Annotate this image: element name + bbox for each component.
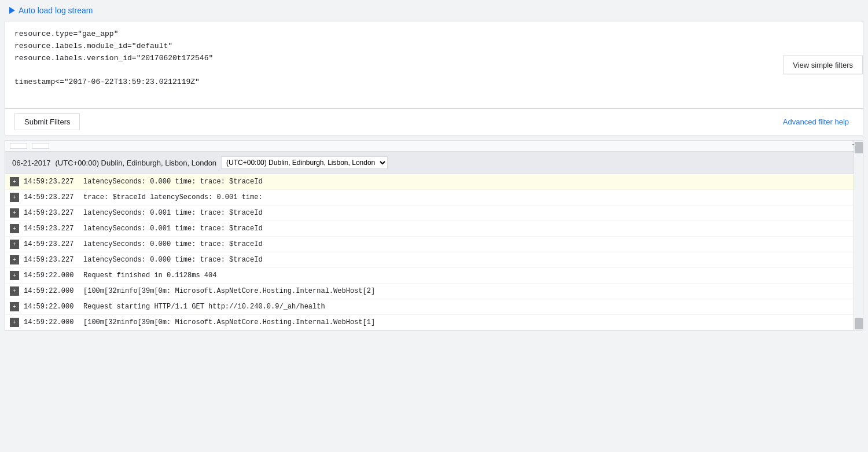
log-entry[interactable]: +14:59:23.227latencySeconds: 0.001 time:… [5, 221, 863, 237]
log-expand-icon[interactable]: + [10, 286, 19, 296]
date-header: 06-21-2017 (UTC+00:00) Dublin, Edinburgh… [5, 152, 863, 174]
log-expand-icon[interactable]: + [10, 271, 19, 280]
scrollbar[interactable] [854, 141, 863, 330]
log-entry[interactable]: +14:59:22.000[100m[32minfo[39m[0m: Micro… [5, 315, 863, 330]
filter-footer: Submit Filters Advanced filter help [5, 108, 863, 135]
log-entry[interactable]: +14:59:23.227latencySeconds: 0.000 time:… [5, 174, 863, 190]
log-timestamp: 14:59:23.227 [24, 225, 79, 233]
submit-filters-button[interactable]: Submit Filters [14, 113, 80, 130]
view-simple-filters-button[interactable]: View simple filters [783, 56, 863, 75]
log-expand-icon[interactable]: + [10, 302, 19, 311]
log-message: latencySeconds: 0.000 time: trace: $trac… [83, 240, 858, 248]
play-icon [9, 7, 15, 14]
log-timestamp: 14:59:22.000 [24, 303, 79, 311]
log-entry[interactable]: +14:59:23.227trace: $traceId latencySeco… [5, 190, 863, 205]
log-expand-icon[interactable]: + [10, 208, 19, 218]
filter-textarea-container: resource.type="gae_app" resource.labels.… [5, 21, 863, 108]
log-message: [100m[32minfo[39m[0m: Microsoft.AspNetCo… [83, 318, 858, 326]
log-toolbar [5, 141, 863, 152]
auto-load-button[interactable]: Auto load log stream [9, 6, 93, 15]
log-message: latencySeconds: 0.000 time: trace: $trac… [83, 256, 858, 264]
log-expand-icon[interactable]: + [10, 318, 19, 327]
log-entry[interactable]: +14:59:23.227latencySeconds: 0.001 time:… [5, 205, 863, 221]
log-timestamp: 14:59:23.227 [24, 178, 79, 186]
filter-panel: resource.type="gae_app" resource.labels.… [5, 21, 863, 135]
top-bar: Auto load log stream [0, 0, 868, 21]
log-message: Request starting HTTP/1.1 GET http://10.… [83, 303, 858, 311]
log-toolbar-btn-2[interactable] [32, 143, 49, 149]
log-entry[interactable]: +14:59:22.000[100m[32minfo[39m[0m: Micro… [5, 284, 863, 299]
log-timestamp: 14:59:23.227 [24, 193, 79, 201]
log-expand-icon[interactable]: + [10, 177, 19, 186]
log-toolbar-btn-1[interactable] [10, 143, 27, 149]
log-entries-container: +14:59:23.227latencySeconds: 0.000 time:… [5, 174, 863, 330]
log-entry[interactable]: +14:59:23.227latencySeconds: 0.000 time:… [5, 252, 863, 268]
log-entry[interactable]: +14:59:23.227latencySeconds: 0.000 time:… [5, 237, 863, 252]
log-message: Request finished in 0.1128ms 404 [83, 271, 858, 280]
advanced-filter-help-link[interactable]: Advanced filter help [783, 117, 849, 126]
log-timestamp: 14:59:23.227 [24, 240, 79, 248]
log-expand-icon[interactable]: + [10, 240, 19, 249]
log-expand-icon[interactable]: + [10, 224, 19, 233]
log-entry[interactable]: +14:59:22.000 Request starting HTTP/1.1 … [5, 299, 863, 315]
log-expand-icon[interactable]: + [10, 255, 19, 264]
log-timestamp: 14:59:22.000 [24, 287, 79, 295]
log-message: trace: $traceId latencySeconds: 0.001 ti… [83, 193, 858, 201]
log-timestamp: 14:59:23.227 [24, 256, 79, 264]
log-expand-icon[interactable]: + [10, 193, 19, 202]
date-label: 06-21-2017 [12, 159, 51, 167]
log-entry[interactable]: +14:59:22.000 Request finished in 0.1128… [5, 268, 863, 284]
filter-textarea[interactable]: resource.type="gae_app" resource.labels.… [5, 21, 757, 108]
log-timestamp: 14:59:22.000 [24, 271, 79, 280]
auto-load-label: Auto load log stream [19, 6, 93, 15]
log-message: latencySeconds: 0.000 time: trace: $trac… [83, 178, 858, 186]
log-timestamp: 14:59:22.000 [24, 318, 79, 326]
log-message: [100m[32minfo[39m[0m: Microsoft.AspNetCo… [83, 287, 858, 295]
scrollbar-thumb-top[interactable] [855, 142, 863, 153]
scrollbar-thumb-bottom[interactable] [855, 318, 863, 329]
log-panel: 06-21-2017 (UTC+00:00) Dublin, Edinburgh… [5, 140, 863, 331]
log-message: latencySeconds: 0.001 time: trace: $trac… [83, 225, 858, 233]
log-message: latencySeconds: 0.001 time: trace: $trac… [83, 209, 858, 217]
timezone-label: (UTC+00:00) Dublin, Edinburgh, Lisbon, L… [56, 159, 217, 167]
timezone-select[interactable]: (UTC+00:00) Dublin, Edinburgh, Lisbon, L… [221, 156, 388, 169]
log-timestamp: 14:59:23.227 [24, 209, 79, 217]
